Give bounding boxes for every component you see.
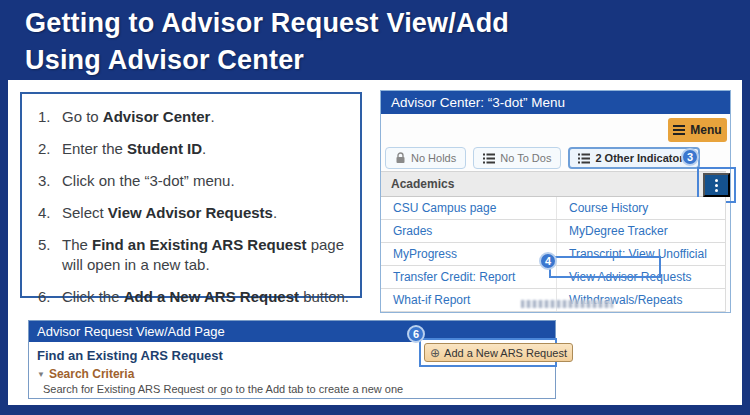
menu-link[interactable]: Grades <box>393 224 432 238</box>
list-icon <box>483 153 495 164</box>
indicator-button[interactable]: No Holds <box>385 147 466 169</box>
step-text: Go to Advisor Center. <box>62 107 215 127</box>
search-criteria-label: Search Criteria <box>49 367 134 381</box>
instruction-step: 4. Select View Advisor Requests. <box>38 203 352 223</box>
redacted-id-blur <box>521 300 613 308</box>
menu-link[interactable]: Transfer Credit: Report <box>393 270 515 284</box>
indicator-button-row: No Holds No To Dos 2 Other Indicators <box>385 147 700 169</box>
request-page-panel: Advisor Request View/Add Page Find an Ex… <box>28 320 556 399</box>
advisor-center-panel: Advisor Center: “3-dot” Menu Menu No Hol… <box>380 90 731 313</box>
three-dot-menu-button[interactable] <box>703 173 730 197</box>
menu-button-label: Menu <box>690 123 721 137</box>
view-advisor-requests-callout-box <box>549 256 661 278</box>
indicator-button[interactable]: No To Dos <box>473 147 561 169</box>
instruction-step: 2. Enter the Student ID. <box>38 139 352 159</box>
add-new-ars-request-label: Add a New ARS Request <box>444 347 567 359</box>
kebab-icon <box>715 179 718 182</box>
menu-link[interactable]: Course History <box>569 201 648 215</box>
advisor-center-panel-title: Advisor Center: “3-dot” Menu <box>381 91 730 114</box>
find-existing-ars-title: Find an Existing ARS Request <box>37 348 223 363</box>
menu-row: Grades MyDegree Tracker <box>381 220 725 243</box>
lock-icon <box>395 152 406 164</box>
search-criteria-toggle[interactable]: ▼ Search Criteria <box>37 367 134 381</box>
advisor-center-body: Menu No Holds No To Dos 2 Other Indicato… <box>381 114 730 312</box>
callout-badge-3: 3 <box>681 148 699 166</box>
menu-row: CSU Campus page Course History <box>381 197 725 220</box>
step-text: Click on the “3-dot” menu. <box>62 171 235 191</box>
step-text: Click the Add a New ARS Request button. <box>62 287 349 307</box>
slide-title: Getting to Advisor Request View/Add Usin… <box>25 5 509 79</box>
instruction-step: 6. Click the Add a New ARS Request butto… <box>38 287 352 307</box>
step-text: Enter the Student ID. <box>62 139 206 159</box>
step-number: 3. <box>38 171 62 191</box>
instruction-step: 5. The Find an Existing ARS Request page… <box>38 235 352 275</box>
step-number: 2. <box>38 139 62 159</box>
indicator-button[interactable]: 2 Other Indicators <box>568 147 699 169</box>
step-number: 4. <box>38 203 62 223</box>
callout-badge-4: 4 <box>539 252 557 270</box>
academics-section-label: Academics <box>391 177 454 191</box>
menu-link[interactable]: MyProgress <box>393 247 457 261</box>
add-new-ars-request-button[interactable]: ⊕ Add a New ARS Request <box>424 343 573 362</box>
menu-link[interactable]: What-if Report <box>393 293 470 307</box>
slide: Getting to Advisor Request View/Add Usin… <box>0 0 750 415</box>
step-text: Select View Advisor Requests. <box>62 203 277 223</box>
instruction-list: 1. Go to Advisor Center. 2. Enter the St… <box>22 94 360 307</box>
step-number: 1. <box>38 107 62 127</box>
step-number: 6. <box>38 287 62 307</box>
menu-link[interactable]: MyDegree Tracker <box>569 224 668 238</box>
step-text: The Find an Existing ARS Request page wi… <box>62 235 352 275</box>
instruction-step: 1. Go to Advisor Center. <box>38 107 352 127</box>
add-button-callout-box: ⊕ Add a New ARS Request <box>419 338 557 367</box>
instruction-step: 3. Click on the “3-dot” menu. <box>38 171 352 191</box>
step-number: 5. <box>38 235 62 275</box>
slide-title-line1: Getting to Advisor Request View/Add <box>25 5 509 42</box>
menu-button[interactable]: Menu <box>668 118 727 142</box>
content-area: 1. Go to Advisor Center. 2. Enter the St… <box>8 80 742 405</box>
callout-badge-6: 6 <box>407 325 425 343</box>
triangle-down-icon: ▼ <box>37 370 45 379</box>
hamburger-icon <box>673 125 685 135</box>
search-hint-text: Search for Existing ARS Request or go to… <box>43 383 403 395</box>
list-icon <box>578 153 590 164</box>
instructions-panel: 1. Go to Advisor Center. 2. Enter the St… <box>20 92 362 298</box>
plus-circle-icon: ⊕ <box>430 347 440 359</box>
menu-link[interactable]: CSU Campus page <box>393 201 496 215</box>
academics-section-header: Academics <box>381 171 726 197</box>
slide-title-line2: Using Advisor Center <box>25 42 509 79</box>
